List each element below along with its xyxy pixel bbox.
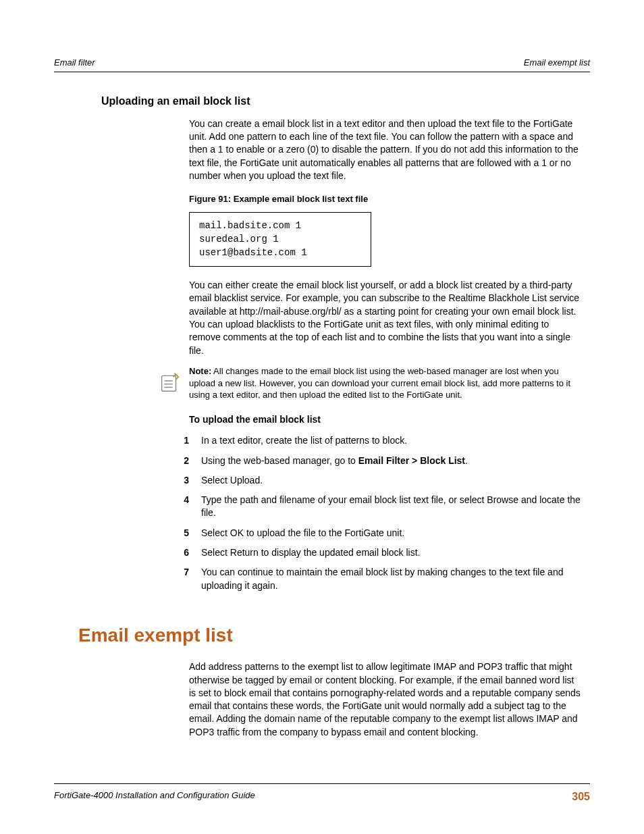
page-footer: FortiGate-4000 Installation and Configur… — [54, 783, 590, 804]
step-text: Select OK to upload the file to the Fort… — [201, 527, 582, 540]
step-row: 1 In a text editor, create the list of p… — [177, 434, 582, 447]
step-text: Select Return to display the updated ema… — [201, 546, 582, 559]
figure-caption: Figure 91: Example email block list text… — [189, 193, 590, 205]
paragraph-exempt: Add address patterns to the exempt list … — [189, 660, 582, 739]
step-row: 6 Select Return to display the updated e… — [177, 546, 582, 559]
note-label: Note: — [189, 366, 211, 376]
step-text-prefix: Using the web-based manager, go to — [201, 455, 358, 466]
step-number: 5 — [177, 527, 189, 540]
step-number: 2 — [177, 454, 189, 467]
svg-rect-0 — [162, 375, 176, 391]
page-number: 305 — [572, 789, 590, 804]
step-text: Type the path and filename of your email… — [201, 494, 582, 520]
step-row: 7 You can continue to maintain the email… — [177, 566, 582, 592]
paragraph-intro: You can create a email block list in a t… — [189, 118, 582, 183]
section-heading-exempt: Email exempt list — [78, 622, 590, 648]
header-left: Email filter — [54, 57, 95, 69]
page-header: Email filter Email exempt list — [54, 57, 590, 72]
note-icon — [157, 368, 182, 394]
step-text: You can continue to maintain the email b… — [201, 566, 582, 592]
step-text: Select Upload. — [201, 474, 582, 487]
step-number: 7 — [177, 566, 189, 592]
step-number: 4 — [177, 494, 189, 520]
subsection-heading-upload: Uploading an email block list — [101, 94, 590, 109]
step-text: Using the web-based manager, go to Email… — [201, 454, 582, 467]
step-text-suffix: . — [465, 455, 468, 466]
note-body: All changes made to the email block list… — [189, 366, 570, 400]
procedure-heading: To upload the email block list — [189, 413, 590, 427]
paragraph-blacklist: You can either create the email block li… — [189, 279, 582, 357]
note-text: Note: All changes made to the email bloc… — [189, 365, 582, 401]
step-number: 3 — [177, 474, 189, 487]
step-number: 1 — [177, 434, 189, 447]
note-block: Note: All changes made to the email bloc… — [157, 365, 582, 401]
step-row: 5 Select OK to upload the file to the Fo… — [177, 527, 582, 540]
step-row: 4 Type the path and filename of your ema… — [177, 494, 582, 520]
step-row: 3 Select Upload. — [177, 474, 582, 487]
step-menu-path: Email Filter > Block List — [358, 455, 465, 466]
code-example: mail.badsite.com 1 suredeal.org 1 user1@… — [189, 212, 371, 267]
step-number: 6 — [177, 546, 189, 559]
footer-title: FortiGate-4000 Installation and Configur… — [54, 789, 255, 804]
step-row: 2 Using the web-based manager, go to Ema… — [177, 454, 582, 467]
step-text: In a text editor, create the list of pat… — [201, 434, 582, 447]
header-right: Email exempt list — [524, 57, 590, 69]
